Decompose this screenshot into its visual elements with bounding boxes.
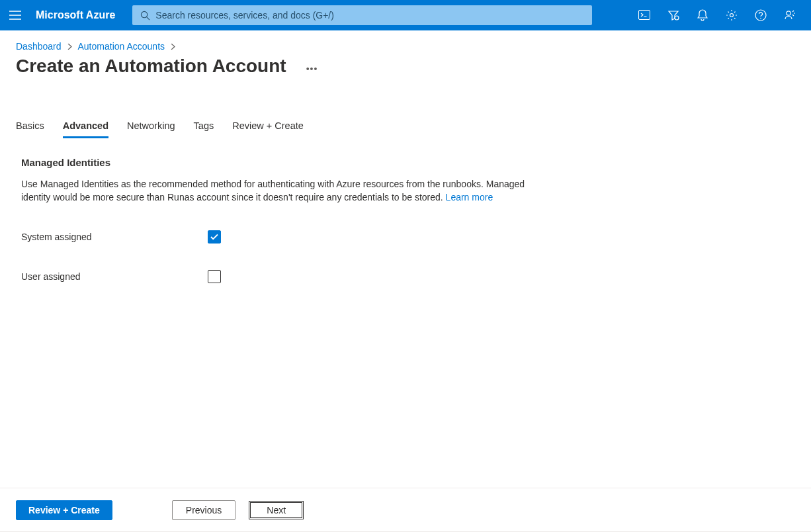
- system-assigned-label: System assigned: [21, 232, 208, 242]
- notifications-icon[interactable]: [688, 0, 717, 30]
- breadcrumb-dashboard[interactable]: Dashboard: [16, 41, 62, 52]
- feedback-icon[interactable]: [775, 0, 804, 30]
- svg-point-7: [787, 11, 790, 15]
- tab-review-create[interactable]: Review + Create: [232, 115, 304, 138]
- page-title: Create an Automation Account: [16, 56, 286, 77]
- cloud-shell-icon[interactable]: [630, 0, 659, 30]
- svg-line-1: [147, 17, 150, 20]
- review-create-button[interactable]: Review + Create: [16, 500, 112, 520]
- system-assigned-row: System assigned: [21, 230, 527, 244]
- tab-networking[interactable]: Networking: [127, 115, 175, 138]
- section-heading: Managed Identities: [21, 157, 527, 168]
- more-actions-icon[interactable]: •••: [306, 64, 318, 74]
- section-description: Use Managed Identities as the recommende…: [21, 177, 527, 204]
- tab-advanced[interactable]: Advanced: [63, 115, 108, 138]
- search-input[interactable]: [155, 10, 584, 21]
- svg-point-4: [730, 14, 734, 17]
- svg-point-0: [142, 11, 148, 17]
- page-title-row: Create an Automation Account •••: [0, 54, 811, 77]
- settings-icon[interactable]: [717, 0, 746, 30]
- next-button[interactable]: Next: [249, 501, 304, 519]
- svg-point-5: [755, 10, 766, 21]
- user-assigned-label: User assigned: [21, 271, 208, 282]
- breadcrumb: Dashboard Automation Accounts: [0, 30, 811, 54]
- header-actions: [630, 0, 804, 30]
- directory-filter-icon[interactable]: [659, 0, 688, 30]
- tab-tags[interactable]: Tags: [194, 115, 214, 138]
- svg-point-3: [675, 16, 679, 20]
- footer-bar: Review + Create Previous Next: [0, 488, 811, 532]
- tab-bar: Basics Advanced Networking Tags Review +…: [0, 115, 811, 138]
- user-assigned-row: User assigned: [21, 270, 527, 283]
- user-assigned-checkbox[interactable]: [208, 270, 221, 283]
- tab-basics[interactable]: Basics: [16, 115, 44, 138]
- breadcrumb-automation-accounts[interactable]: Automation Accounts: [78, 41, 165, 52]
- menu-icon[interactable]: [0, 0, 30, 30]
- search-box[interactable]: [132, 5, 592, 25]
- svg-point-6: [760, 18, 761, 19]
- svg-rect-2: [639, 11, 650, 20]
- top-navbar: Microsoft Azure: [0, 0, 811, 30]
- managed-identities-section: Managed Identities Use Managed Identitie…: [0, 138, 542, 283]
- learn-more-link[interactable]: Learn more: [446, 192, 493, 202]
- system-assigned-checkbox[interactable]: [208, 230, 221, 244]
- brand-label[interactable]: Microsoft Azure: [30, 9, 127, 21]
- help-icon[interactable]: [746, 0, 775, 30]
- chevron-right-icon: [67, 41, 73, 52]
- previous-button[interactable]: Previous: [172, 500, 235, 520]
- search-icon: [140, 11, 150, 21]
- chevron-right-icon: [170, 41, 176, 52]
